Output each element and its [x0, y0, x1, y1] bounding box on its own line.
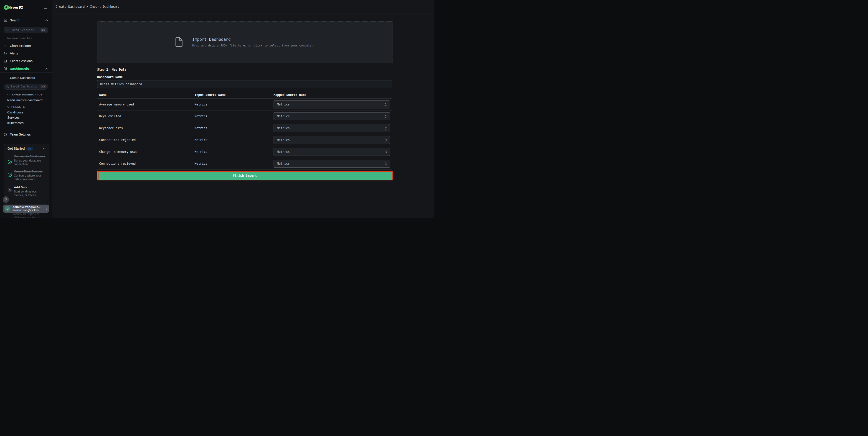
saved-searches-search[interactable]: ⌘K — [4, 27, 48, 33]
saved-dashboard-item[interactable]: Redis metrics dashboard — [0, 98, 52, 103]
mapped-source-select[interactable]: Metrics — [274, 148, 390, 156]
finish-import-button[interactable]: Finish Import — [97, 171, 392, 180]
table-row: Average memory used Metrics Metrics — [97, 99, 392, 111]
get-started-step-2: Create Data Sources Configure where your… — [7, 169, 45, 181]
mapped-source-select[interactable]: Metrics — [274, 124, 390, 132]
sidebar-item-label: Team Settings — [10, 133, 31, 136]
file-icon — [175, 37, 183, 47]
sidebar-collapse-icon[interactable] — [43, 5, 47, 9]
create-dashboard-button[interactable]: + Create Dashboard — [0, 75, 52, 81]
dashboard-name-label: Dashboard Name — [97, 76, 123, 79]
step-desc: Start sending logs, metrics, or traces — [14, 190, 43, 197]
column-header-mapped-source: Mapped Source Name — [274, 91, 306, 99]
row-name: Change in memory used — [99, 146, 137, 158]
preset-item-clickhouse[interactable]: ClickHouse — [0, 110, 52, 115]
sidebar-item-dashboards[interactable]: Dashboards — [0, 66, 52, 72]
shortcut-badge: ⌘K — [40, 28, 46, 32]
row-name: Connections recieved — [99, 158, 136, 170]
app-title: HyperDX — [9, 5, 23, 9]
import-dropzone[interactable]: Import Dashboard Drag and drop a JSON fi… — [97, 22, 393, 63]
chevron-down-icon — [7, 94, 9, 95]
user-email: dominic.tran@clickho... — [12, 209, 45, 212]
sidebar-item-team-settings[interactable]: Team Settings — [0, 131, 52, 138]
chart-line-icon — [3, 44, 7, 48]
divider — [0, 24, 52, 24]
search-icon — [6, 85, 9, 88]
sidebar-header: HyperDX — [0, 0, 52, 15]
search-icon — [6, 29, 9, 32]
saved-searches-input[interactable] — [11, 28, 40, 32]
sidebar-item-chart-explorer[interactable]: Chart Explorer — [0, 42, 52, 49]
row-name: Average memory used — [99, 99, 134, 111]
progress-badge: 2/3 — [26, 147, 33, 151]
sidebar-item-label: Alerts — [10, 52, 18, 55]
get-started-title: Get Started — [7, 147, 25, 150]
get-started-step-1: Connect to ClickHouse Set up your databa… — [7, 154, 45, 166]
column-header-input-source: Input Source Name — [194, 91, 225, 99]
presets-section-header[interactable]: PRESETS — [0, 104, 52, 109]
row-input-source: Metrics — [194, 111, 207, 122]
sidebar-item-search[interactable]: Search — [0, 17, 52, 24]
get-started-card: Get Started 2/3 Connect to ClickHouse Se… — [4, 144, 49, 204]
no-saved-searches-note: No saved searches — [7, 37, 32, 40]
saved-dashboards-search[interactable]: ⌘K — [4, 84, 48, 89]
get-started-step-3[interactable]: 3 Add Data Start sending logs, metrics, … — [7, 185, 45, 197]
gear-icon — [3, 133, 7, 137]
table-row: Keyspace hits Metrics Metrics — [97, 122, 392, 134]
step-title: Connect to ClickHouse — [14, 154, 45, 159]
check-circle-icon — [7, 169, 14, 181]
dashboard-name-input[interactable] — [97, 80, 392, 88]
step-number-badge: 3 — [7, 185, 14, 197]
saved-dashboards-section-header[interactable]: SAVED DASHBOARDS — [0, 92, 52, 97]
row-input-source: Metrics — [194, 134, 207, 146]
step-2-label: Step 2: Map Data — [97, 68, 126, 71]
user-menu[interactable]: D dominic.tran@clic... dominic.tran@clic… — [3, 205, 50, 213]
step-desc: Configure where your data comes from — [14, 174, 45, 181]
plus-icon: + — [6, 76, 8, 80]
preset-item-services[interactable]: Services — [0, 115, 52, 120]
step-title: Add Data — [14, 185, 45, 190]
row-input-source: Metrics — [194, 146, 207, 158]
select-chevrons-icon — [384, 103, 387, 106]
row-name: Keys evicted — [99, 111, 121, 122]
dashboard-layout-icon — [3, 67, 7, 71]
help-button[interactable]: ? — [3, 196, 9, 203]
app-window: HyperDX Search ⌘K — [0, 0, 434, 218]
column-header-name: Name — [99, 91, 106, 99]
mapped-source-select[interactable]: Metrics — [274, 160, 390, 168]
mapped-source-select[interactable]: Metrics — [274, 136, 390, 144]
mapped-source-select[interactable]: Metrics — [274, 112, 390, 120]
preset-item-kubernetes[interactable]: Kubernetes — [0, 120, 52, 125]
select-chevrons-icon — [384, 126, 387, 130]
mapped-source-select[interactable]: Metrics — [274, 100, 390, 109]
table-row: Connections recieved Metrics Metrics — [97, 158, 392, 170]
check-circle-icon — [7, 154, 14, 166]
step-desc: Set up your database connection — [14, 159, 45, 166]
table-row: Keys evicted Metrics Metrics — [97, 111, 392, 122]
bell-icon — [3, 52, 7, 55]
row-input-source: Metrics — [194, 122, 207, 134]
hyperdx-logo-icon — [4, 5, 9, 10]
arrow-right-icon: → — [43, 191, 45, 195]
laptop-icon — [3, 59, 7, 63]
chevron-up-icon — [45, 19, 48, 21]
dropzone-title: Import Dashboard — [192, 37, 315, 42]
breadcrumb[interactable]: Create Dashboard > Import Dashboard — [56, 0, 119, 13]
sidebar-item-label: Dashboards — [10, 67, 29, 70]
select-chevrons-icon — [384, 138, 387, 142]
chevron-up-icon — [43, 147, 45, 149]
chevron-down-icon — [7, 106, 9, 108]
user-name: dominic.tran@clic... — [12, 205, 45, 209]
select-chevrons-icon — [384, 115, 387, 118]
sidebar-item-alerts[interactable]: Alerts — [0, 50, 52, 57]
dropzone-subtitle: Drag and drop a JSON file here, or click… — [192, 44, 315, 47]
saved-dashboards-input[interactable] — [11, 85, 40, 88]
table-body: Average memory used Metrics Metrics Keys… — [97, 99, 392, 170]
table-header: Name Input Source Name Mapped Source Nam… — [97, 91, 392, 99]
sidebar-item-label: Search — [10, 19, 20, 22]
topbar: Create Dashboard > Import Dashboard — [53, 0, 434, 13]
get-started-header[interactable]: Get Started 2/3 — [7, 147, 45, 151]
sidebar-item-client-sessions[interactable]: Client Sessions — [0, 58, 52, 64]
sidebar-item-label: Client Sessions — [10, 59, 33, 63]
chevron-right-icon — [45, 207, 48, 210]
